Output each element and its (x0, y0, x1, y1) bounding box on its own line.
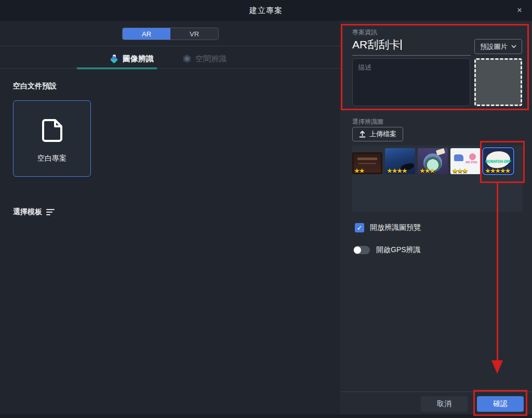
dropdown-label: 預設圖片 (481, 42, 508, 51)
project-name-value: AR刮刮卡 (352, 38, 400, 50)
thumbnail-row: ★★★★★★★★★AR ZOO★★★SCRATCH OFF★★★★★ (352, 148, 513, 174)
preview-checkbox[interactable]: ✓ (355, 223, 364, 232)
tab-image-recognition[interactable]: 圖像辨識 (110, 49, 154, 68)
description-textarea[interactable]: 描述 (352, 58, 470, 106)
toggle-knob (354, 246, 361, 254)
template-section-label: 選擇模板 (13, 207, 42, 217)
thumbnail-caption: SCRATCH OFF (485, 160, 511, 163)
star-rating: ★★★ (419, 167, 434, 174)
upload-icon (359, 130, 366, 138)
gps-toggle[interactable] (353, 246, 370, 254)
ar-vr-toggle: AR VR (122, 28, 219, 40)
left-section: AR VR 圖像辨識 空間辨識 空白文件預設 空白專案 選擇模板 (0, 21, 340, 414)
blank-preset-section-label: 空白文件預設 (13, 82, 57, 91)
project-name-input[interactable]: AR刮刮卡 (352, 37, 471, 56)
tab-label: 圖像辨識 (123, 54, 154, 64)
blank-project-card[interactable]: 空白專案 (13, 100, 91, 177)
preview-option-row: ✓ 開放辨識圖預覽 (355, 223, 421, 232)
dialog-title: 建立專案 (249, 6, 283, 16)
thumbnail-caption: AR ZOO (466, 161, 477, 164)
gps-option-row: 開啟GPS辨識 (353, 245, 421, 255)
preview-image-dropzone[interactable] (474, 58, 522, 106)
upload-file-button[interactable]: 上傳檔案 (352, 127, 403, 141)
divider (0, 68, 340, 69)
confirm-button[interactable]: 確認 (477, 396, 524, 412)
star-rating: ★★★★ (387, 167, 407, 174)
annotation-arrow-line (497, 183, 498, 361)
star-rating: ★★ (354, 167, 364, 174)
preview-checkbox-label: 開放辨識圖預覽 (370, 223, 421, 232)
document-icon (37, 115, 66, 145)
titlebar: 建立專案 × (0, 0, 532, 21)
space-recognition-icon (183, 55, 191, 63)
tab-space-recognition[interactable]: 空間辨識 (183, 49, 227, 68)
chevron-down-icon (511, 45, 516, 48)
thumbnail-ar-zoo[interactable]: AR ZOO★★★ (450, 148, 481, 174)
thumbnail-scratch-off[interactable]: SCRATCH OFF★★★★★ (483, 148, 513, 174)
cancel-button[interactable]: 取消 (421, 396, 468, 412)
dialog-bottom-edge (0, 414, 532, 418)
description-placeholder: 描述 (358, 63, 371, 71)
upload-button-label: 上傳檔案 (369, 129, 396, 139)
star-rating: ★★★★★ (485, 167, 510, 174)
divider (0, 46, 340, 46)
star-rating: ★★★ (452, 167, 467, 174)
blank-project-label: 空白專案 (37, 154, 66, 163)
gps-toggle-label: 開啟GPS辨識 (376, 245, 421, 255)
project-info-label: 專案資訊 (352, 28, 377, 37)
template-section: 選擇模板 (13, 207, 55, 217)
recognition-tabs: 圖像辨識 空間辨識 (0, 49, 340, 68)
right-panel: 專案資訊 AR刮刮卡 預設圖片 描述 選擇辨識圖 上傳檔案 ★★★★★★★★★A… (340, 21, 532, 414)
tab-label: 空間辨識 (195, 54, 227, 64)
create-project-dialog: 建立專案 × AR VR 圖像辨識 空間辨識 空白文件預設 空白 (0, 0, 532, 418)
thumbnail-ocean-night[interactable]: ★★★★ (385, 148, 415, 174)
toggle-option-vr[interactable]: VR (170, 28, 218, 40)
text-caret (401, 40, 402, 50)
thumbnail-menu-card[interactable]: ★★ (352, 152, 382, 174)
preset-image-dropdown[interactable]: 預設圖片 (474, 39, 522, 54)
sort-icon[interactable] (46, 209, 55, 215)
check-icon: ✓ (357, 224, 363, 232)
image-recognition-icon (110, 55, 118, 63)
recognition-section-label: 選擇辨識圖 (352, 117, 383, 126)
footer-divider (340, 391, 532, 392)
toggle-option-ar[interactable]: AR (123, 28, 170, 40)
close-icon[interactable]: × (513, 4, 526, 17)
thumbnail-snow-globe[interactable]: ★★★ (418, 148, 448, 174)
annotation-arrow-head (491, 360, 503, 374)
